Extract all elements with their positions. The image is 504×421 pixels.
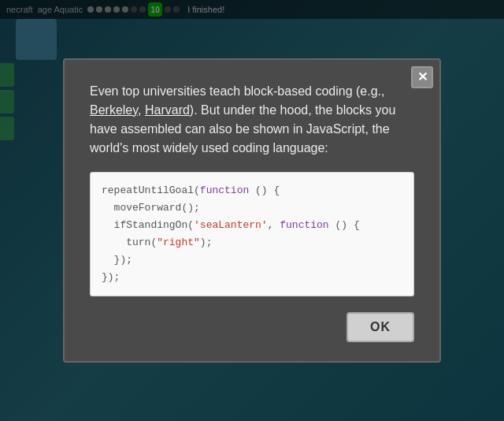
code-line-6: }); (102, 269, 402, 286)
modal-body-text: Even top universities teach block-based … (90, 82, 414, 158)
close-button[interactable]: ✕ (411, 66, 433, 88)
modal-overlay: ✕ Even top universities teach block-base… (0, 0, 504, 421)
modal-dialog: ✕ Even top universities teach block-base… (63, 58, 441, 363)
berkeley-link[interactable]: Berkeley (90, 103, 138, 117)
modal-footer: OK (90, 312, 414, 342)
code-block[interactable]: repeatUntilGoal(function () { moveForwar… (90, 172, 414, 297)
code-line-4: turn("right"); (102, 234, 402, 251)
ok-button[interactable]: OK (346, 312, 414, 342)
code-line-1: repeatUntilGoal(function () { (102, 182, 402, 199)
body-text-comma: , (138, 103, 145, 117)
body-text-part1: Even top universities teach block-based … (90, 84, 384, 98)
harvard-link[interactable]: Harvard (145, 103, 190, 117)
code-line-3: ifStandingOn('seaLantern', function () { (102, 217, 402, 234)
code-line-2: moveForward(); (102, 199, 402, 217)
code-line-5: }); (102, 251, 402, 269)
